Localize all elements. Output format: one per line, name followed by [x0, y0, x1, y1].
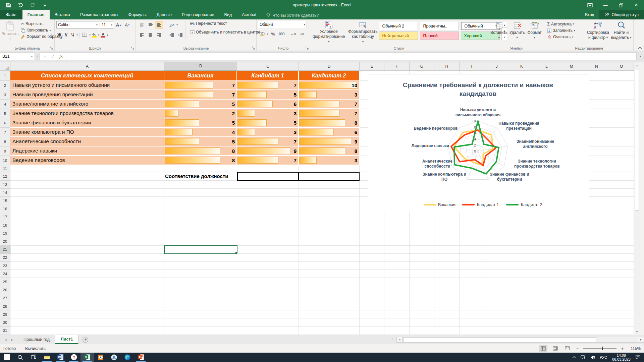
cell-G29[interactable]: [410, 310, 434, 318]
cell-O12[interactable]: [609, 172, 634, 181]
cell-C23[interactable]: [237, 262, 299, 270]
cell-H28[interactable]: [434, 302, 459, 310]
underline-dropdown[interactable]: ▾: [76, 34, 78, 37]
align-bottom-icon[interactable]: [155, 21, 163, 28]
italic-button[interactable]: К: [63, 32, 69, 38]
column-header-N[interactable]: N: [584, 62, 609, 70]
cell-L28[interactable]: [534, 302, 559, 310]
cell-C24[interactable]: [237, 270, 299, 278]
taskbar-edge-icon[interactable]: [121, 353, 134, 362]
cell-D17[interactable]: [299, 213, 360, 221]
cell-E28[interactable]: [360, 302, 384, 310]
cell-K22[interactable]: [509, 254, 534, 262]
cell-M19[interactable]: [559, 229, 584, 237]
cell-J28[interactable]: [484, 302, 509, 310]
cell-O29[interactable]: [609, 310, 634, 318]
cell-K25[interactable]: [509, 278, 534, 286]
cell-J26[interactable]: [484, 286, 509, 294]
cell-O2[interactable]: [609, 81, 634, 90]
row-header-13[interactable]: 13: [0, 181, 10, 189]
clear-button[interactable]: Очистить ▾: [546, 34, 585, 40]
cell-J23[interactable]: [484, 262, 509, 270]
restore-button[interactable]: [613, 0, 629, 10]
cell-C16[interactable]: [237, 205, 299, 213]
cancel-entry-icon[interactable]: ×: [41, 54, 49, 59]
cell-B31[interactable]: [164, 327, 237, 335]
cell-N28[interactable]: [584, 302, 609, 310]
cell-C7[interactable]: 3: [237, 128, 299, 137]
row-header-5[interactable]: 5: [0, 109, 10, 118]
cell-D27[interactable]: [299, 294, 360, 302]
cell-H24[interactable]: [434, 270, 459, 278]
cell-G20[interactable]: [410, 237, 434, 245]
cell-K18[interactable]: [509, 221, 534, 229]
cell-B24[interactable]: [164, 270, 237, 278]
tab-Рецензирование[interactable]: Рецензирование: [177, 10, 219, 19]
cell-N26[interactable]: [584, 286, 609, 294]
cell-N20[interactable]: [584, 237, 609, 245]
row-header-10[interactable]: 10: [0, 156, 10, 165]
find-select-dropdown[interactable]: ▾: [630, 36, 631, 40]
cell-I25[interactable]: [460, 278, 484, 286]
cell-K21[interactable]: [509, 246, 534, 254]
row-header-20[interactable]: 20: [0, 237, 10, 245]
show-desktop-button[interactable]: [643, 353, 644, 362]
cell-C25[interactable]: [237, 278, 299, 286]
cell-N31[interactable]: [584, 327, 609, 335]
row-header-26[interactable]: 26: [0, 286, 10, 294]
underline-button[interactable]: Ч: [70, 32, 76, 38]
cell-K26[interactable]: [509, 286, 534, 294]
close-button[interactable]: ×: [629, 0, 644, 10]
horizontal-scroll-track[interactable]: [402, 337, 638, 343]
decrease-font-icon[interactable]: A▼: [123, 21, 131, 28]
conditional-formatting-button[interactable]: ≠ Условное форматирование ▾: [311, 20, 346, 45]
cell-B2[interactable]: 7: [164, 81, 237, 90]
cell-M22[interactable]: [559, 254, 584, 262]
cell-D6[interactable]: 8: [299, 118, 360, 128]
font-color-button[interactable]: А: [100, 33, 106, 38]
cell-C11[interactable]: [237, 165, 299, 172]
cell-C18[interactable]: [237, 221, 299, 229]
cell-G21[interactable]: [410, 246, 434, 254]
format-as-table-button[interactable]: Форматировать как таблицу ▾: [346, 20, 379, 45]
cell-L27[interactable]: [534, 294, 559, 302]
cell-D12[interactable]: [299, 172, 360, 181]
cell-B22[interactable]: [164, 254, 237, 262]
language-indicator[interactable]: РУС: [597, 353, 609, 362]
cell-C31[interactable]: [237, 327, 299, 335]
cell-M25[interactable]: [559, 278, 584, 286]
cell-D15[interactable]: [299, 197, 360, 205]
cell-D13[interactable]: [299, 181, 360, 189]
row-header-9[interactable]: 9: [0, 146, 10, 156]
cell-M27[interactable]: [559, 294, 584, 302]
row-header-19[interactable]: 19: [0, 229, 10, 237]
cell-O8[interactable]: [609, 137, 634, 146]
taskbar-word-icon[interactable]: W: [54, 353, 67, 362]
cell-M30[interactable]: [559, 318, 584, 326]
cell-B10[interactable]: 8: [164, 156, 237, 165]
cell-A21[interactable]: [10, 246, 164, 254]
cell-N24[interactable]: [584, 270, 609, 278]
cell-I29[interactable]: [460, 310, 484, 318]
cell-L22[interactable]: [534, 254, 559, 262]
sheet-tab-Лист1[interactable]: Лист1: [55, 335, 78, 344]
cell-B23[interactable]: [164, 262, 237, 270]
cell-M20[interactable]: [559, 237, 584, 245]
cell-C9[interactable]: 9: [237, 146, 299, 156]
fill-color-dropdown[interactable]: ▾: [98, 34, 99, 37]
cell-E29[interactable]: [360, 310, 384, 318]
cell-K27[interactable]: [509, 294, 534, 302]
cell-H18[interactable]: [434, 221, 459, 229]
cell-D9[interactable]: 8: [299, 146, 360, 156]
cell-F31[interactable]: [384, 327, 409, 335]
column-header-K[interactable]: K: [509, 62, 534, 70]
taskbar-task-view-icon[interactable]: [27, 353, 40, 362]
cell-I24[interactable]: [460, 270, 484, 278]
cell-J17[interactable]: [484, 213, 509, 221]
cell-C21[interactable]: [237, 246, 299, 254]
cell-E20[interactable]: [360, 237, 384, 245]
horizontal-scroll-thumb[interactable]: [403, 337, 596, 342]
cell-J24[interactable]: [484, 270, 509, 278]
cell-E27[interactable]: [360, 294, 384, 302]
page-layout-view-button[interactable]: [551, 345, 559, 352]
